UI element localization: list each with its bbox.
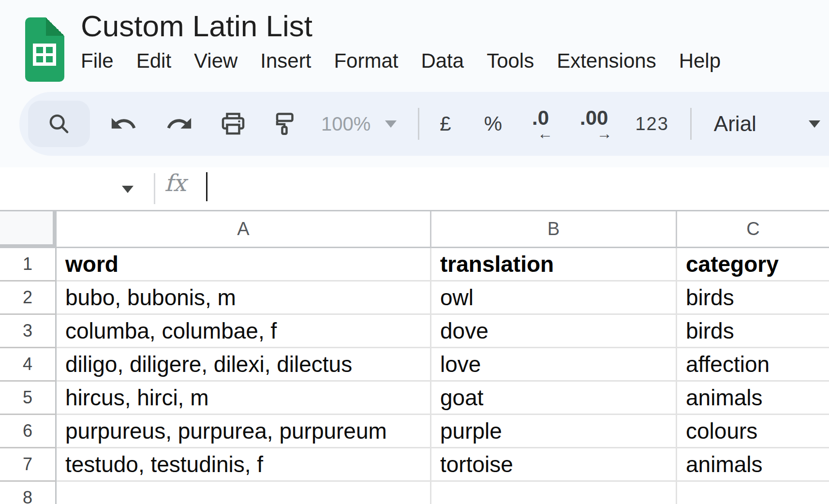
cell-b4[interactable]: love bbox=[431, 348, 677, 382]
fx-label[interactable]: fx bbox=[164, 169, 186, 196]
search-button[interactable] bbox=[28, 101, 90, 147]
menu-file[interactable]: File bbox=[73, 45, 122, 76]
more-formats-button[interactable]: 123 bbox=[635, 114, 668, 134]
cell-b2[interactable]: owl bbox=[431, 282, 677, 315]
font-name-value: Arial bbox=[714, 112, 756, 136]
format-percent-button[interactable]: % bbox=[484, 112, 502, 135]
increase-decimal-icon: .00 bbox=[580, 110, 608, 126]
row-header-4[interactable]: 4 bbox=[0, 348, 57, 382]
decrease-decimal-arrow-icon: ← bbox=[537, 128, 553, 139]
paint-format-button[interactable] bbox=[270, 109, 299, 138]
cell-b6[interactable]: purple bbox=[431, 415, 677, 448]
cell-b1[interactable]: translation bbox=[431, 248, 677, 282]
menu-tools[interactable]: Tools bbox=[478, 45, 542, 76]
decrease-decimal-button[interactable]: .0 ← bbox=[532, 110, 549, 137]
cell-c8[interactable] bbox=[677, 482, 829, 504]
zoom-control[interactable]: 100% bbox=[321, 113, 397, 135]
redo-button[interactable] bbox=[165, 110, 193, 138]
cell-a5[interactable]: hircus, hirci, m bbox=[57, 382, 431, 415]
cell-a1[interactable]: word bbox=[57, 248, 431, 282]
menu-bar: File Edit View Insert Format Data Tools … bbox=[73, 45, 729, 76]
name-box-dropdown-icon[interactable] bbox=[122, 186, 133, 193]
print-icon bbox=[219, 109, 248, 138]
cell-c3[interactable]: birds bbox=[677, 315, 829, 348]
zoom-value: 100% bbox=[321, 113, 370, 135]
cell-c4[interactable]: affection bbox=[677, 348, 829, 382]
column-header-b[interactable]: B bbox=[431, 211, 677, 248]
increase-decimal-button[interactable]: .00 → bbox=[580, 110, 608, 137]
select-all-corner[interactable] bbox=[0, 211, 57, 248]
column-header-a[interactable]: A bbox=[57, 211, 431, 248]
formula-bar-divider bbox=[154, 173, 155, 204]
menu-insert[interactable]: Insert bbox=[252, 45, 319, 76]
percent-icon: % bbox=[484, 112, 502, 135]
spreadsheet-grid: A B C 1 word translation category 2 bubo… bbox=[0, 210, 829, 504]
menu-format[interactable]: Format bbox=[326, 45, 406, 76]
font-selector[interactable]: Arial bbox=[714, 112, 756, 136]
row-header-7[interactable]: 7 bbox=[0, 448, 57, 482]
menu-view[interactable]: View bbox=[186, 45, 246, 76]
cell-a6[interactable]: purpureus, purpurea, purpureum bbox=[57, 415, 431, 448]
increase-decimal-arrow-icon: → bbox=[596, 128, 612, 139]
cell-a8[interactable] bbox=[57, 482, 431, 504]
cell-b3[interactable]: dove bbox=[431, 315, 677, 348]
menu-extensions[interactable]: Extensions bbox=[548, 45, 664, 76]
decrease-decimal-icon: .0 bbox=[532, 110, 549, 126]
row-header-6[interactable]: 6 bbox=[0, 415, 57, 448]
row-header-1[interactable]: 1 bbox=[0, 248, 57, 282]
toolbar: 100% £ % .0 ← .00 → 123 Arial bbox=[19, 92, 829, 156]
cell-b5[interactable]: goat bbox=[431, 382, 677, 415]
cell-c6[interactable]: colours bbox=[677, 415, 829, 448]
redo-icon bbox=[165, 110, 193, 138]
menu-edit[interactable]: Edit bbox=[128, 45, 179, 76]
search-icon bbox=[46, 111, 72, 137]
google-sheets-app: Custom Latin List File Edit View Insert … bbox=[0, 0, 829, 504]
menu-help[interactable]: Help bbox=[671, 45, 729, 76]
cell-a3[interactable]: columba, columbae, f bbox=[57, 315, 431, 348]
format-currency-button[interactable]: £ bbox=[440, 112, 451, 135]
zoom-dropdown-icon bbox=[385, 120, 397, 128]
document-title[interactable]: Custom Latin List bbox=[81, 9, 312, 43]
sheets-logo[interactable] bbox=[25, 17, 64, 82]
row-header-8[interactable]: 8 bbox=[0, 482, 57, 504]
formula-bar: fx bbox=[0, 167, 829, 210]
formula-text-cursor bbox=[206, 172, 207, 201]
cell-a7[interactable]: testudo, testudinis, f bbox=[57, 448, 431, 482]
toolbar-divider bbox=[418, 108, 419, 140]
cell-c1[interactable]: category bbox=[677, 248, 829, 282]
more-formats-icon: 123 bbox=[635, 114, 668, 134]
cell-b7[interactable]: tortoise bbox=[431, 448, 677, 482]
undo-button[interactable] bbox=[109, 110, 137, 138]
print-button[interactable] bbox=[219, 109, 248, 138]
cell-a4[interactable]: diligo, diligere, dilexi, dilectus bbox=[57, 348, 431, 382]
row-header-2[interactable]: 2 bbox=[0, 282, 57, 315]
cell-c5[interactable]: animals bbox=[677, 382, 829, 415]
undo-icon bbox=[109, 110, 137, 138]
sheets-logo-fold bbox=[46, 17, 64, 36]
cell-c2[interactable]: birds bbox=[677, 282, 829, 315]
column-header-c[interactable]: C bbox=[677, 211, 829, 248]
menu-data[interactable]: Data bbox=[413, 45, 472, 76]
sheets-logo-grid-icon bbox=[33, 44, 56, 66]
font-dropdown-icon[interactable] bbox=[809, 120, 820, 128]
row-header-3[interactable]: 3 bbox=[0, 315, 57, 348]
currency-icon: £ bbox=[440, 112, 451, 135]
cell-a2[interactable]: bubo, bubonis, m bbox=[57, 282, 431, 315]
toolbar-divider-2 bbox=[690, 108, 692, 140]
row-header-5[interactable]: 5 bbox=[0, 382, 57, 415]
paint-format-icon bbox=[270, 109, 299, 138]
cell-b8[interactable] bbox=[431, 482, 677, 504]
cell-c7[interactable]: animals bbox=[677, 448, 829, 482]
